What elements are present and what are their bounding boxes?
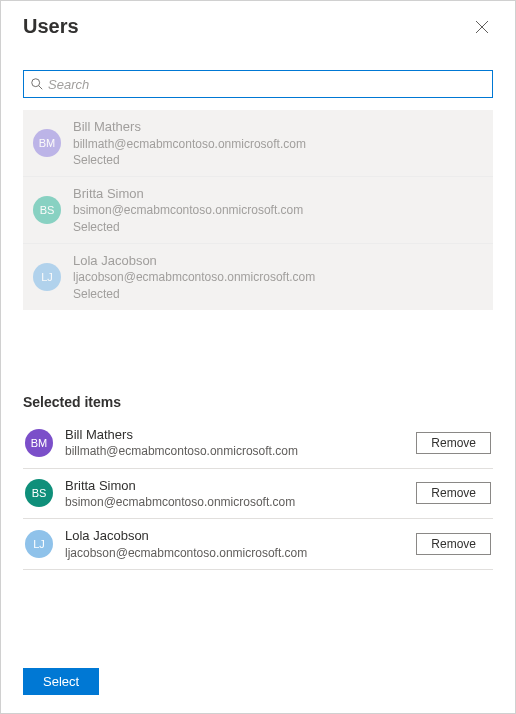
select-button[interactable]: Select: [23, 668, 99, 695]
result-status: Selected: [73, 286, 315, 302]
result-row[interactable]: BM Bill Mathers billmath@ecmabmcontoso.o…: [23, 110, 493, 177]
close-button[interactable]: [471, 16, 493, 38]
result-name: Lola Jacobson: [73, 252, 315, 270]
result-row[interactable]: BS Britta Simon bsimon@ecmabmcontoso.onm…: [23, 177, 493, 244]
result-email: bsimon@ecmabmcontoso.onmicrosoft.com: [73, 202, 303, 218]
remove-button[interactable]: Remove: [416, 432, 491, 454]
result-name: Bill Mathers: [73, 118, 306, 136]
result-status: Selected: [73, 219, 303, 235]
result-row[interactable]: LJ Lola Jacobson ljacobson@ecmabmcontoso…: [23, 244, 493, 310]
svg-line-1: [39, 86, 43, 90]
selected-text: Lola Jacobson ljacobson@ecmabmcontoso.on…: [65, 527, 307, 561]
result-text: Bill Mathers billmath@ecmabmcontoso.onmi…: [73, 118, 306, 168]
selected-text: Britta Simon bsimon@ecmabmcontoso.onmicr…: [65, 477, 295, 511]
selected-row: BM Bill Mathers billmath@ecmabmcontoso.o…: [23, 418, 493, 469]
avatar: BM: [33, 129, 61, 157]
selected-row: LJ Lola Jacobson ljacobson@ecmabmcontoso…: [23, 519, 493, 570]
result-email: ljacobson@ecmabmcontoso.onmicrosoft.com: [73, 269, 315, 285]
close-icon: [475, 20, 489, 34]
selected-row: BS Britta Simon bsimon@ecmabmcontoso.onm…: [23, 469, 493, 520]
result-email: billmath@ecmabmcontoso.onmicrosoft.com: [73, 136, 306, 152]
selected-email: billmath@ecmabmcontoso.onmicrosoft.com: [65, 443, 298, 459]
selected-name: Britta Simon: [65, 477, 295, 495]
result-text: Lola Jacobson ljacobson@ecmabmcontoso.on…: [73, 252, 315, 302]
avatar: BS: [33, 196, 61, 224]
avatar: LJ: [25, 530, 53, 558]
selected-name: Bill Mathers: [65, 426, 298, 444]
search-input[interactable]: [48, 77, 486, 92]
avatar: BS: [25, 479, 53, 507]
svg-point-0: [32, 79, 40, 87]
search-icon: [30, 77, 44, 91]
selected-items-heading: Selected items: [23, 394, 493, 410]
search-field[interactable]: [23, 70, 493, 98]
result-text: Britta Simon bsimon@ecmabmcontoso.onmicr…: [73, 185, 303, 235]
selected-email: bsimon@ecmabmcontoso.onmicrosoft.com: [65, 494, 295, 510]
selected-text: Bill Mathers billmath@ecmabmcontoso.onmi…: [65, 426, 298, 460]
result-status: Selected: [73, 152, 306, 168]
result-name: Britta Simon: [73, 185, 303, 203]
page-title: Users: [23, 15, 79, 38]
remove-button[interactable]: Remove: [416, 533, 491, 555]
selected-name: Lola Jacobson: [65, 527, 307, 545]
avatar: BM: [25, 429, 53, 457]
remove-button[interactable]: Remove: [416, 482, 491, 504]
selected-items-list: BM Bill Mathers billmath@ecmabmcontoso.o…: [23, 418, 493, 570]
search-results: BM Bill Mathers billmath@ecmabmcontoso.o…: [23, 110, 493, 310]
avatar: LJ: [33, 263, 61, 291]
selected-email: ljacobson@ecmabmcontoso.onmicrosoft.com: [65, 545, 307, 561]
